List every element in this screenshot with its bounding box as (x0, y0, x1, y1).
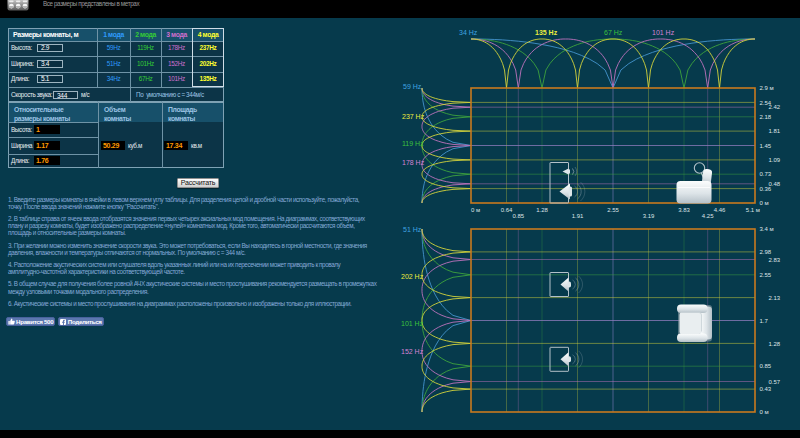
svg-text:4.46: 4.46 (714, 207, 726, 213)
svg-text:51 Hz: 51 Hz (403, 226, 422, 233)
svg-text:0 м: 0 м (760, 409, 769, 415)
svg-text:0.85: 0.85 (760, 363, 772, 369)
svg-text:101 Hz: 101 Hz (652, 29, 675, 36)
svg-text:0.64: 0.64 (501, 207, 513, 213)
svg-text:0 м: 0 м (760, 200, 769, 206)
svg-text:2.55: 2.55 (760, 272, 772, 278)
svg-text:2.13: 2.13 (769, 295, 781, 301)
svg-text:5.1 м: 5.1 м (746, 207, 760, 213)
svg-text:2.55: 2.55 (607, 207, 619, 213)
svg-text:2.83: 2.83 (769, 257, 781, 263)
svg-text:34 Hz: 34 Hz (459, 29, 478, 36)
svg-text:2.98: 2.98 (760, 249, 772, 255)
svg-text:3.4 м: 3.4 м (760, 226, 774, 232)
svg-text:237 Hz: 237 Hz (402, 113, 425, 120)
svg-text:0 м: 0 м (471, 207, 480, 213)
svg-text:0.85: 0.85 (512, 213, 524, 219)
svg-text:1.28: 1.28 (536, 207, 548, 213)
svg-text:202 Hz: 202 Hz (401, 273, 424, 280)
svg-text:0.73: 0.73 (760, 171, 772, 177)
svg-text:4.25: 4.25 (702, 213, 714, 219)
svg-text:135 Hz: 135 Hz (535, 29, 558, 36)
svg-text:101 Hz: 101 Hz (401, 320, 424, 327)
svg-text:0.57: 0.57 (769, 379, 781, 385)
svg-text:3.19: 3.19 (643, 213, 655, 219)
svg-text:1.28: 1.28 (769, 341, 781, 347)
svg-text:1.81: 1.81 (769, 128, 781, 134)
svg-text:178 Hz: 178 Hz (402, 159, 425, 166)
svg-text:2.9 м: 2.9 м (760, 85, 774, 91)
svg-text:1.09: 1.09 (769, 157, 781, 163)
svg-text:1.91: 1.91 (572, 213, 584, 219)
svg-text:1.7: 1.7 (760, 318, 769, 324)
svg-text:152 Hz: 152 Hz (401, 348, 424, 355)
svg-text:119 Hz: 119 Hz (402, 140, 424, 147)
svg-text:2.42: 2.42 (769, 104, 781, 110)
svg-text:1.45: 1.45 (760, 143, 772, 149)
svg-text:3.83: 3.83 (678, 207, 690, 213)
svg-text:0.43: 0.43 (760, 386, 772, 392)
svg-text:2.18: 2.18 (760, 114, 772, 120)
svg-text:67 Hz: 67 Hz (604, 29, 623, 36)
svg-text:0.36: 0.36 (760, 186, 772, 192)
svg-text:59 Hz: 59 Hz (403, 83, 422, 90)
